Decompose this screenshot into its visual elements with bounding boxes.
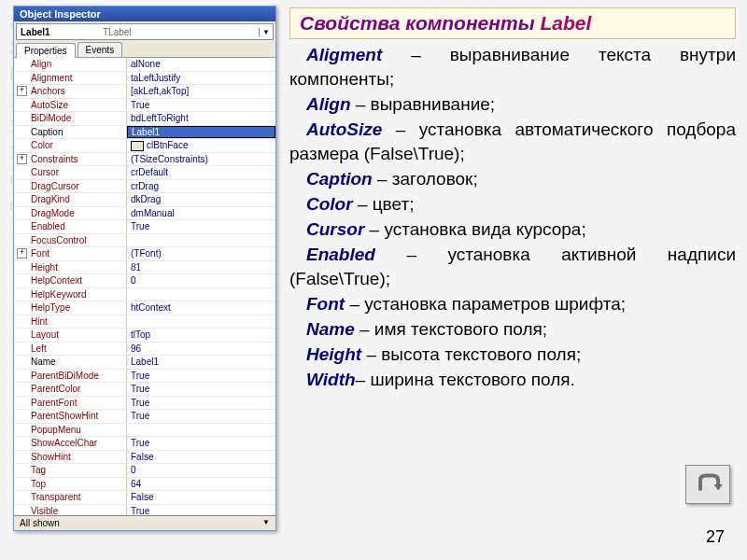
property-name: Color: [14, 139, 127, 152]
property-name: DragMode: [14, 207, 127, 220]
property-name: Layout: [14, 329, 127, 342]
property-row[interactable]: ParentShowHintTrue: [14, 410, 275, 424]
property-name: Tag: [14, 464, 127, 477]
property-row[interactable]: AlignmenttaLeftJustify: [14, 72, 275, 86]
property-value[interactable]: True: [127, 220, 275, 233]
property-name: HelpKeyword: [14, 288, 127, 301]
property-value[interactable]: crDefault: [127, 166, 275, 179]
tab-events[interactable]: Events: [78, 42, 123, 57]
property-value[interactable]: (TSizeConstraints): [127, 153, 275, 166]
property-term: Color: [306, 194, 353, 214]
property-row[interactable]: Left96: [14, 343, 275, 357]
property-name: Visible: [14, 505, 127, 516]
property-value[interactable]: [127, 234, 275, 247]
property-term: Caption: [306, 169, 373, 189]
property-value[interactable]: True: [127, 505, 275, 516]
property-value[interactable]: True: [127, 410, 275, 423]
property-value[interactable]: taLeftJustify: [127, 72, 275, 85]
property-row[interactable]: DragKinddkDrag: [14, 193, 275, 207]
property-row[interactable]: EnabledTrue: [14, 220, 275, 234]
property-value[interactable]: True: [127, 99, 275, 112]
property-name: ShowAccelChar: [14, 437, 127, 450]
property-value[interactable]: htContext: [127, 301, 275, 315]
property-row[interactable]: ParentBiDiModeTrue: [14, 370, 275, 384]
property-value[interactable]: Label1: [127, 126, 275, 138]
property-value[interactable]: bdLeftToRight: [127, 112, 275, 125]
list-item: Caption – заголовок;: [289, 167, 736, 191]
property-value[interactable]: True: [127, 383, 275, 396]
property-value[interactable]: 0: [127, 274, 275, 287]
property-name: Alignment: [14, 72, 127, 85]
property-value[interactable]: [127, 288, 275, 301]
property-row[interactable]: CursorcrDefault: [14, 166, 275, 180]
property-value[interactable]: crDrag: [127, 180, 275, 193]
list-item: Height – высота текстового поля;: [289, 343, 736, 367]
dropdown-arrow-icon[interactable]: ▼: [259, 28, 273, 36]
property-value[interactable]: False: [127, 491, 275, 504]
property-term: Width: [306, 370, 356, 389]
property-row[interactable]: AutoSizeTrue: [14, 99, 275, 113]
property-value[interactable]: 64: [127, 478, 275, 491]
property-row[interactable]: HelpTypehtContext: [14, 301, 275, 315]
property-grid[interactable]: AlignalNoneAlignmenttaLeftJustify+Anchor…: [14, 58, 275, 515]
property-row[interactable]: HelpKeyword: [14, 288, 275, 302]
property-value[interactable]: 0: [127, 464, 275, 477]
property-row[interactable]: NameLabel1: [14, 356, 275, 370]
property-value[interactable]: clBtnFace: [127, 139, 275, 152]
property-name: BiDiMode: [14, 112, 127, 125]
property-row[interactable]: +Font(TFont): [14, 247, 275, 261]
property-value[interactable]: True: [127, 370, 275, 383]
property-value[interactable]: (TFont): [127, 247, 275, 260]
property-row[interactable]: PopupMenu: [14, 424, 275, 438]
property-row[interactable]: BiDiModebdLeftToRight: [14, 112, 275, 126]
property-value[interactable]: tlTop: [127, 329, 275, 342]
property-value[interactable]: 96: [127, 343, 275, 356]
property-value[interactable]: Label1: [127, 356, 275, 369]
content-area: Свойства компоненты Label Aligment – выр…: [289, 7, 736, 393]
property-row[interactable]: ParentColorTrue: [14, 383, 275, 397]
property-value[interactable]: alNone: [127, 58, 275, 71]
property-row[interactable]: ColorclBtnFace: [14, 139, 275, 153]
property-row[interactable]: ShowHintFalse: [14, 451, 275, 465]
property-value[interactable]: True: [127, 437, 275, 450]
property-value[interactable]: True: [127, 397, 275, 410]
property-row[interactable]: FocusControl: [14, 234, 275, 248]
property-row[interactable]: ParentFontTrue: [14, 397, 275, 411]
property-row[interactable]: Top64: [14, 478, 275, 492]
property-row[interactable]: TransparentFalse: [14, 491, 275, 505]
property-row[interactable]: Height81: [14, 261, 275, 275]
expand-icon[interactable]: +: [17, 86, 27, 96]
back-button[interactable]: [685, 465, 730, 504]
property-row[interactable]: CaptionLabel1: [14, 126, 275, 140]
property-row[interactable]: +Constraints(TSizeConstraints): [14, 153, 275, 167]
property-row[interactable]: LayouttlTop: [14, 329, 275, 343]
property-value[interactable]: 81: [127, 261, 275, 274]
property-name: AutoSize: [14, 99, 127, 112]
property-value[interactable]: [akLeft,akTop]: [127, 85, 275, 98]
property-value[interactable]: [127, 315, 275, 329]
property-row[interactable]: +Anchors[akLeft,akTop]: [14, 85, 275, 99]
expand-icon[interactable]: +: [17, 154, 27, 164]
property-name: Enabled: [14, 220, 127, 233]
property-value[interactable]: False: [127, 451, 275, 464]
property-row[interactable]: ShowAccelCharTrue: [14, 437, 275, 451]
description-list: Aligment – выравнивание текста внутри ко…: [289, 43, 736, 392]
property-name: Top: [14, 478, 127, 491]
property-row[interactable]: Tag0: [14, 464, 275, 478]
object-selector[interactable]: Label1 TLabel ▼: [16, 23, 274, 40]
tab-properties[interactable]: Properties: [16, 43, 76, 58]
chevron-down-icon[interactable]: ▼: [262, 518, 270, 528]
property-name: +Constraints: [14, 153, 127, 166]
property-row[interactable]: VisibleTrue: [14, 505, 275, 516]
property-row[interactable]: HelpContext0: [14, 274, 275, 288]
property-row[interactable]: DragModedmManual: [14, 207, 275, 221]
property-value[interactable]: dkDrag: [127, 193, 275, 206]
property-value[interactable]: [127, 424, 275, 437]
property-row[interactable]: Hint: [14, 315, 275, 329]
property-row[interactable]: AlignalNone: [14, 58, 275, 72]
property-name: FocusControl: [14, 234, 127, 247]
property-value[interactable]: dmManual: [127, 207, 275, 220]
expand-icon[interactable]: +: [17, 248, 27, 259]
titlebar[interactable]: Object Inspector: [14, 7, 275, 21]
property-row[interactable]: DragCursorcrDrag: [14, 180, 275, 194]
